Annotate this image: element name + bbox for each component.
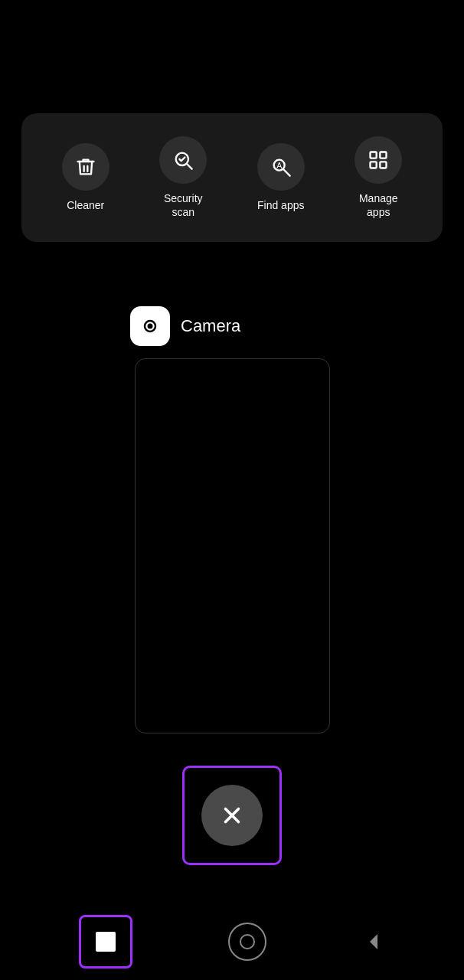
security-scan-action[interactable]: Securityscan (159, 136, 207, 219)
manage-apps-action[interactable]: Manageapps (355, 136, 402, 219)
app-header: Camera (130, 306, 240, 346)
grid-icon (368, 149, 389, 171)
manage-apps-label: Manageapps (359, 191, 398, 219)
svg-rect-6 (381, 152, 387, 158)
search-apps-icon: A (270, 156, 292, 178)
close-button-container (182, 766, 282, 865)
svg-marker-14 (370, 934, 377, 949)
recents-icon (96, 932, 116, 952)
manage-apps-icon-bg (355, 136, 402, 184)
security-scan-label: Securityscan (164, 191, 203, 219)
shield-scan-icon (172, 149, 194, 171)
cleaner-icon-bg (62, 143, 109, 191)
svg-text:A: A (276, 161, 282, 170)
svg-rect-8 (381, 162, 387, 168)
app-name: Camera (181, 316, 240, 336)
home-icon (240, 934, 255, 949)
camera-icon (138, 314, 162, 338)
quick-actions-panel: Cleaner Securityscan A Find apps (21, 113, 443, 242)
svg-rect-5 (371, 152, 377, 158)
recent-app-section: Camera (0, 306, 464, 733)
find-apps-icon-bg: A (257, 143, 305, 191)
app-preview[interactable] (135, 358, 330, 733)
cleaner-label: Cleaner (67, 198, 104, 212)
security-scan-icon-bg (159, 136, 207, 184)
close-recent-button[interactable] (201, 785, 263, 846)
back-button[interactable] (362, 930, 385, 953)
recents-button[interactable] (79, 915, 132, 969)
svg-line-1 (188, 164, 192, 168)
cleaner-action[interactable]: Cleaner (62, 143, 109, 212)
trash-icon (75, 156, 96, 178)
find-apps-action[interactable]: A Find apps (257, 143, 305, 212)
close-icon (219, 802, 245, 828)
nav-bar (0, 903, 464, 980)
home-button[interactable] (228, 923, 266, 961)
find-apps-label: Find apps (257, 198, 304, 212)
app-icon (130, 306, 170, 346)
svg-line-3 (283, 170, 289, 176)
back-icon (362, 930, 385, 953)
svg-point-11 (148, 324, 153, 329)
svg-rect-7 (371, 162, 377, 168)
